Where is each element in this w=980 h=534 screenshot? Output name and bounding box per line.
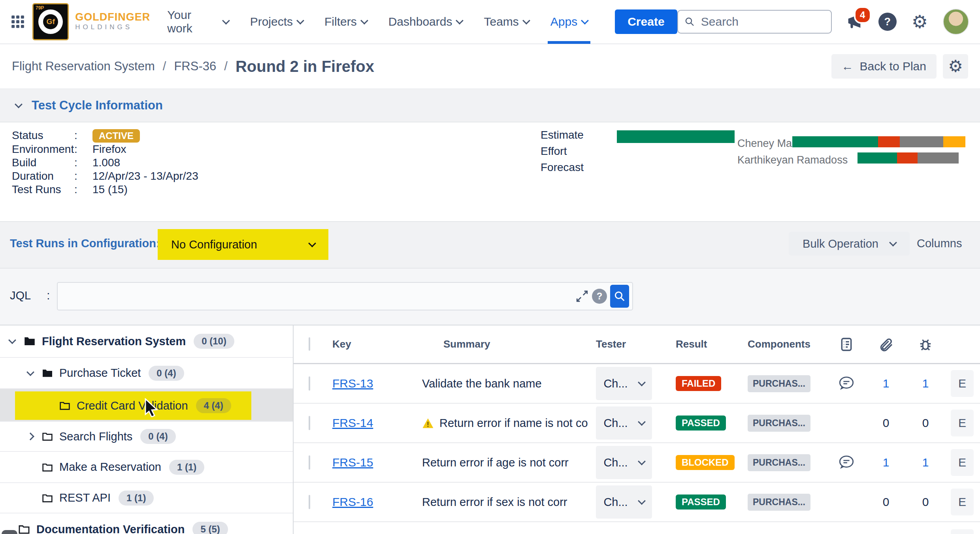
execute-button[interactable]: E (951, 410, 974, 436)
folder-icon (41, 367, 54, 380)
chevron-down-icon (638, 497, 646, 505)
bulk-operation-button[interactable]: Bulk Operation (789, 232, 910, 256)
run-count-badge: 5 (5) (192, 522, 228, 534)
row-checkbox[interactable] (309, 455, 310, 470)
breadcrumb-issue-link[interactable]: FRS-36 (174, 59, 216, 73)
execute-button[interactable]: E (951, 489, 974, 515)
breadcrumb-project-link[interactable]: Flight Reservation System (12, 59, 155, 73)
tester-dropdown[interactable]: Ch... (596, 406, 652, 440)
component-badge: PURCHAS... (748, 415, 810, 432)
tester-dropdown[interactable]: Ch... (596, 367, 652, 400)
tree-item-search-flights[interactable]: Search Flights 0 (4) (0, 422, 293, 452)
attachment-count[interactable]: 1 (883, 456, 890, 469)
col-summary: Summary (422, 338, 596, 350)
chevron-down-icon (308, 239, 316, 247)
comment-icon[interactable] (827, 455, 866, 470)
execute-button[interactable]: E (951, 370, 974, 397)
search-icon (684, 16, 695, 28)
issue-key-link[interactable]: FRS-14 (332, 416, 373, 429)
nav-menu-your-work[interactable]: Your work (156, 0, 239, 44)
cycle-settings-button[interactable]: ⚙ (943, 54, 968, 79)
tester-dropdown[interactable]: Ch... (596, 485, 652, 519)
jql-help-button[interactable]: ? (592, 289, 607, 304)
global-search (677, 10, 832, 34)
tree-item-purchase-ticket[interactable]: Purchase Ticket 0 (4) (0, 358, 293, 389)
defect-count[interactable]: 1 (922, 456, 929, 469)
settings-gear-icon[interactable]: ⚙ (912, 13, 928, 31)
tester-dropdown[interactable]: Ch... (596, 446, 652, 479)
tree-item-flight-reservation-system[interactable]: Flight Reservation System 0 (10) (0, 325, 293, 358)
select-all-checkbox[interactable] (309, 337, 310, 351)
columns-button[interactable]: Columns (917, 237, 962, 250)
mouse-cursor (145, 398, 161, 417)
comment-icon[interactable] (827, 376, 866, 391)
create-button[interactable]: Create (615, 9, 677, 34)
defect-count: 0 (922, 416, 929, 430)
tree-item-documentation-verification[interactable]: Documentation Verification 5 (5) (0, 513, 293, 534)
field-status: Status : ACTIVE (12, 129, 198, 143)
attachment-count[interactable]: 1 (883, 377, 890, 390)
result-badge[interactable]: PASSED (676, 495, 726, 510)
row-checkbox[interactable] (309, 376, 310, 391)
chevron-down-icon[interactable] (26, 368, 34, 376)
result-badge[interactable]: PASSED (676, 416, 726, 431)
row-checkbox[interactable] (309, 416, 310, 430)
execute-button-partial (951, 529, 974, 534)
result-badge[interactable]: FAILED (676, 376, 721, 391)
nav-menu-dashboards[interactable]: Dashboards (378, 0, 473, 44)
attachment-count: 0 (883, 416, 890, 430)
configuration-dropdown[interactable]: No Configuration (158, 229, 328, 260)
tester-progress-bar (792, 136, 965, 147)
page-title: Round 2 in Firefox (236, 58, 374, 75)
notifications-button[interactable]: 4 (845, 12, 863, 32)
breadcrumb-bar: Flight Reservation System / FRS-36 / Rou… (0, 44, 980, 89)
summary-cell: Return error if age is not corr (422, 456, 596, 469)
nav-menu-apps[interactable]: Apps (540, 0, 598, 44)
brand-logo[interactable]: 79P Gf (32, 3, 69, 40)
jql-input[interactable] (58, 290, 575, 303)
expand-icon[interactable] (575, 290, 589, 303)
chevron-down-icon (296, 17, 304, 24)
brand-logo-tag: 79P (36, 5, 44, 11)
chevron-down-icon (638, 418, 646, 426)
chevron-down-icon (522, 17, 530, 24)
run-count-badge: 1 (1) (119, 491, 154, 506)
run-count-badge: 0 (4) (140, 429, 175, 444)
table-row: FRS-13 Validate the bank name Ch... FAIL… (294, 364, 980, 404)
app-switcher-icon[interactable] (10, 14, 25, 29)
folder-outline-icon (58, 399, 71, 412)
help-button[interactable]: ? (878, 13, 897, 31)
nav-utility-icons: 4 ? ⚙ (845, 9, 969, 35)
nav-menu-teams[interactable]: Teams (473, 0, 539, 44)
field-build: Build : 1.008 (12, 156, 198, 169)
bottom-left-popup-sliver (2, 530, 17, 534)
folder-icon (23, 335, 36, 348)
defect-count[interactable]: 1 (922, 377, 929, 390)
back-to-plan-button[interactable]: ← Back to Plan (831, 54, 937, 79)
search-input[interactable] (700, 15, 825, 29)
brand-name: GOLDFINGER (75, 11, 150, 23)
issue-key-link[interactable]: FRS-16 (332, 495, 373, 508)
jql-input-wrap: ? (57, 282, 633, 310)
chevron-right-icon[interactable] (26, 432, 34, 440)
highlighted-folder[interactable]: Credit Card Validation 4 (4) (15, 391, 251, 420)
tree-item-make-a-reservation[interactable]: Make a Reservation 1 (1) (0, 452, 293, 483)
chevron-down-icon (581, 17, 589, 24)
chevron-down-icon[interactable] (8, 336, 16, 344)
row-checkbox[interactable] (309, 495, 310, 509)
user-avatar[interactable] (943, 9, 969, 35)
test-cycle-section-header[interactable]: Test Cycle Information (0, 89, 980, 122)
issue-key-link[interactable]: FRS-15 (332, 456, 373, 469)
folder-outline-icon (17, 523, 31, 534)
table-row: FRS-15 Return error if age is not corr C… (294, 443, 980, 483)
execute-button[interactable]: E (951, 449, 974, 476)
nav-menu-filters[interactable]: Filters (314, 0, 378, 44)
folder-outline-icon (41, 492, 54, 504)
collapse-chevron-icon (15, 100, 23, 108)
jql-search-button[interactable] (610, 285, 629, 308)
nav-menu-projects[interactable]: Projects (239, 0, 314, 44)
issue-key-link[interactable]: FRS-13 (332, 377, 373, 390)
result-badge[interactable]: BLOCKED (676, 455, 735, 470)
breadcrumb-separator: / (163, 59, 166, 73)
tree-item-rest-api[interactable]: REST API 1 (1) (0, 483, 293, 513)
